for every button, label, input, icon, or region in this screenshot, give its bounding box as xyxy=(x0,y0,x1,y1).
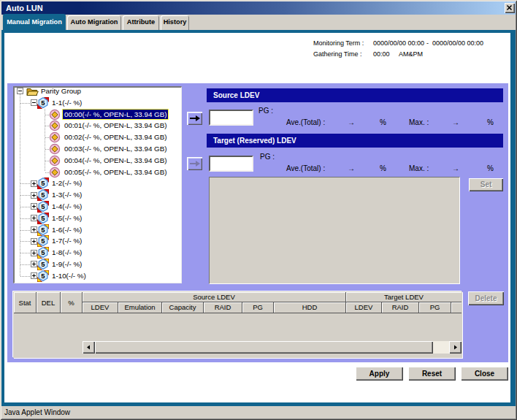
svg-text:5: 5 xyxy=(41,99,45,107)
svg-text:5: 5 xyxy=(41,272,45,280)
svg-text:5: 5 xyxy=(41,191,45,199)
svg-text:5: 5 xyxy=(41,214,45,222)
svg-text:5: 5 xyxy=(41,237,45,245)
svg-text:5: 5 xyxy=(41,179,45,187)
svg-text:5: 5 xyxy=(41,260,45,268)
svg-text:5: 5 xyxy=(41,202,45,210)
svg-text:5: 5 xyxy=(41,226,45,234)
svg-text:5: 5 xyxy=(41,248,45,256)
